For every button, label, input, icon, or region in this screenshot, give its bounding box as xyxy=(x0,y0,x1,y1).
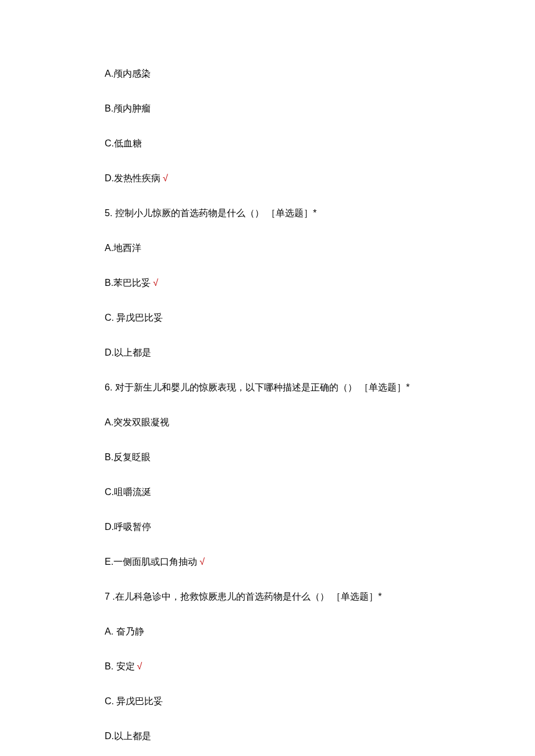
q7-option-b: B. 安定√ xyxy=(105,660,430,673)
q4-option-b-text: B.颅内肿瘤 xyxy=(105,103,151,113)
q5-option-d-text: D.以上都是 xyxy=(105,347,151,357)
q4-option-d-text: D.发热性疾病 xyxy=(105,173,160,183)
q4-option-c-text: C.低血糖 xyxy=(105,138,142,148)
q4-option-b: B.颅内肿瘤 xyxy=(105,102,430,116)
q5-option-c-text: C. 异戊巴比妥 xyxy=(105,313,163,323)
page-content: A.颅内感染 B.颅内肿瘤 C.低血糖 D.发热性疾病√ 5. 控制小儿惊厥的首… xyxy=(0,0,535,756)
check-icon: √ xyxy=(153,278,158,288)
q6-option-a-text: A.突发双眼凝视 xyxy=(105,417,169,427)
q7-option-a: A. 奋乃静 xyxy=(105,625,430,639)
q5-option-b: B.苯巴比妥√ xyxy=(105,276,430,290)
q6-option-b: B.反复眨眼 xyxy=(105,450,430,464)
q4-option-d: D.发热性疾病√ xyxy=(105,171,430,185)
q5-option-d: D.以上都是 xyxy=(105,346,430,360)
q7-option-d-text: D.以上都是 xyxy=(105,731,151,741)
q7-option-d: D.以上都是 xyxy=(105,729,430,743)
q7-option-b-text: B. 安定 xyxy=(105,661,135,671)
q5-stem-text: 5. 控制小儿惊厥的首选药物是什么（） ［单选题］* xyxy=(105,208,316,218)
check-icon: √ xyxy=(163,173,168,183)
q5-stem: 5. 控制小儿惊厥的首选药物是什么（） ［单选题］* xyxy=(105,206,430,220)
q6-stem: 6. 对于新生儿和婴儿的惊厥表现，以下哪种描述是正确的（） ［单选题］* xyxy=(105,381,430,395)
q7-option-c: C. 异戊巴比妥 xyxy=(105,694,430,708)
q7-option-c-text: C. 异戊巴比妥 xyxy=(105,696,163,706)
q6-option-d-text: D.呼吸暂停 xyxy=(105,522,151,532)
q7-stem-text: 7 .在儿科急诊中，抢救惊厥患儿的首选药物是什么（） ［单选题］* xyxy=(105,592,381,601)
q5-option-b-text: B.苯巴比妥 xyxy=(105,278,151,288)
q6-option-a: A.突发双眼凝视 xyxy=(105,415,430,429)
check-icon: √ xyxy=(199,557,205,567)
q6-stem-text: 6. 对于新生儿和婴儿的惊厥表现，以下哪种描述是正确的（） ［单选题］* xyxy=(105,382,409,392)
q6-option-c-text: C.咀嚼流涎 xyxy=(105,487,151,497)
check-icon: √ xyxy=(137,661,142,671)
q6-option-e-text: E.一侧面肌或口角抽动 xyxy=(105,557,197,567)
q5-option-a: A.地西洋 xyxy=(105,241,430,255)
q4-option-c: C.低血糖 xyxy=(105,137,430,151)
q6-option-e: E.一侧面肌或口角抽动√ xyxy=(105,555,430,569)
q6-option-d: D.呼吸暂停 xyxy=(105,520,430,534)
q6-option-b-text: B.反复眨眼 xyxy=(105,452,151,462)
q5-option-a-text: A.地西洋 xyxy=(105,243,141,253)
q4-option-a: A.颅内感染 xyxy=(105,67,430,81)
q5-option-c: C. 异戊巴比妥 xyxy=(105,311,430,325)
q6-option-c: C.咀嚼流涎 xyxy=(105,485,430,499)
q7-option-a-text: A. 奋乃静 xyxy=(105,626,144,636)
q7-stem: 7 .在儿科急诊中，抢救惊厥患儿的首选药物是什么（） ［单选题］* xyxy=(105,590,430,604)
q4-option-a-text: A.颅内感染 xyxy=(105,69,151,78)
